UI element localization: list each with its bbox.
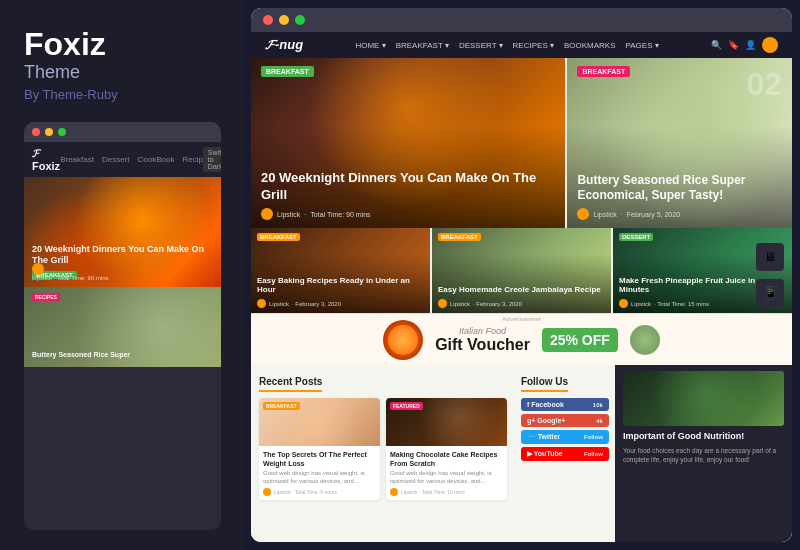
secondary-row: BREAKFAST Easy Baking Recipes Ready in U… [251, 228, 792, 313]
recent-posts-section: Recent Posts BREAKFAST The Top Secrets O… [251, 365, 515, 542]
sec-avatar-1 [257, 299, 266, 308]
nav-breakfast[interactable]: BREAKFAST ▾ [396, 41, 449, 50]
dot-green[interactable] [295, 15, 305, 25]
social-twitter[interactable]: 🐦 Twitter Follow [521, 430, 609, 444]
mini-nav-cookbook[interactable]: CookBook [137, 155, 174, 164]
brand-subtitle: Theme [24, 62, 221, 83]
post-title-2: Making Chocolate Cake Recipes From Scrat… [390, 450, 503, 468]
facebook-count: 10k [593, 402, 603, 408]
site-logo[interactable]: 𝓕-nug [265, 37, 303, 53]
ad-subtitle: Italian Food [459, 326, 506, 336]
sec-meta-2: Lipstick · February 3, 2020 [438, 299, 522, 308]
post-card-1[interactable]: BREAKFAST The Top Secrets Of The Perfect… [259, 398, 380, 500]
hero-right-date: February 5, 2020 [627, 211, 680, 218]
posts-grid: BREAKFAST The Top Secrets Of The Perfect… [259, 398, 507, 500]
hero-right-avatar [577, 208, 589, 220]
mini-nav-links: Breakfast Dessert CookBook Recip [60, 155, 203, 164]
hero-right-author: Lipstick [593, 211, 616, 218]
post-avatar-2 [390, 488, 398, 496]
mini-browser-bar [24, 122, 221, 142]
mini-dot-yellow[interactable] [45, 128, 53, 136]
browser-topbar [251, 8, 792, 32]
social-googleplus[interactable]: g+ Google+ 4k [521, 414, 609, 427]
post-badge-1: BREAKFAST [263, 402, 300, 410]
hero-left-duration: Total Time: 90 mins [310, 211, 370, 218]
main-content: BREAKFAST 20 Weeknight Dinners You Can M… [251, 58, 792, 542]
sec-title-3: Make Fresh Pineapple Fruit Juice in Minu… [619, 276, 786, 295]
sec-author-2: Lipstick [450, 301, 470, 307]
hero-left-avatar [261, 208, 273, 220]
hero-right-meta: Lipstick · February 5, 2020 [577, 208, 680, 220]
post-title-1: The Top Secrets Of The Perfect Weight Lo… [263, 450, 376, 468]
brand-by: By Theme-Ruby [24, 87, 221, 102]
mini-nav-dessert[interactable]: Dessert [102, 155, 130, 164]
mini-browser: 𝓕 Foxiz Breakfast Dessert CookBook Recip… [24, 122, 221, 530]
ad-main-text: Gift Voucher [435, 336, 530, 354]
ad-discount-badge: 25% OFF [542, 328, 618, 352]
sec-meta-3: Lipstick · Total Time: 15 mins [619, 299, 709, 308]
twitter-count: Follow [584, 434, 603, 440]
hero-left-card[interactable]: BREAKFAST 20 Weeknight Dinners You Can M… [251, 58, 565, 228]
mini-dot-green[interactable] [58, 128, 66, 136]
mini-content: 20 Weeknight Dinners You Can Make On The… [24, 177, 221, 530]
sec-badge-3: DESSERT [619, 233, 653, 241]
site-nav: 𝓕-nug HOME ▾ BREAKFAST ▾ DESSERT ▾ RECIP… [251, 32, 792, 58]
secondary-card-2[interactable]: BREAKFAST Easy Homemade Creole Jambalaya… [432, 228, 611, 313]
important-title: Important of Good Nutrition! [623, 431, 784, 443]
search-icon[interactable]: 🔍 [711, 40, 722, 50]
mini-switch-dark[interactable]: Switch to Dark [203, 147, 221, 172]
post-image-2: FEATURED [386, 398, 507, 446]
post-avatar-1 [263, 488, 271, 496]
hero-right-card[interactable]: BREAKFAST 02 Buttery Seasoned Rice Super… [567, 58, 792, 228]
mini-second-title: Buttery Seasoned Rice Super [32, 351, 213, 359]
dot-red[interactable] [263, 15, 273, 25]
sec-avatar-3 [619, 299, 628, 308]
sec-title-1: Easy Baking Recipes Ready in Under an Ho… [257, 276, 424, 295]
follow-section: Follow Us f Facebook 10k g+ Google+ 4k 🐦… [515, 365, 615, 542]
mini-nav: 𝓕 Foxiz Breakfast Dessert CookBook Recip… [24, 142, 221, 177]
sec-date-1: · February 3, 2020 [292, 301, 341, 307]
sec-author-1: Lipstick [269, 301, 289, 307]
nav-home[interactable]: HOME ▾ [355, 41, 385, 50]
sec-badge-2: BREAKFAST [438, 233, 481, 241]
mini-dot-red[interactable] [32, 128, 40, 136]
secondary-card-1[interactable]: BREAKFAST Easy Baking Recipes Ready in U… [251, 228, 430, 313]
sec-avatar-2 [438, 299, 447, 308]
sec-date-2: · February 3, 2020 [473, 301, 522, 307]
sec-title-2: Easy Homemade Creole Jambalaya Recipe [438, 285, 605, 295]
nav-bookmarks[interactable]: BOOKMARKS [564, 41, 616, 50]
sec-meta-1: Lipstick · February 3, 2020 [257, 299, 341, 308]
nav-pages[interactable]: PAGES ▾ [626, 41, 659, 50]
post-meta-2: Lipstick · Total Time: 10 mins [390, 488, 503, 496]
ad-label: Advertisement [502, 316, 540, 322]
ad-pizza-graphic [383, 320, 423, 360]
user-icon[interactable]: 👤 [745, 40, 756, 50]
post-card-2[interactable]: FEATURED Making Chocolate Cake Recipes F… [386, 398, 507, 500]
hero-right-time: · [621, 211, 623, 218]
mini-hero-meta-text: Lipstick · Total Time: 90 mins [32, 275, 109, 281]
mini-nav-recipe[interactable]: Recip [182, 155, 202, 164]
ad-leaf-graphic [630, 325, 660, 355]
hero-right-title: Buttery Seasoned Rice Super Economical, … [577, 173, 782, 204]
brand-title: Foxiz [24, 28, 221, 60]
sec-author-3: Lipstick [631, 301, 651, 307]
social-youtube[interactable]: ▶ YouTube Follow [521, 447, 609, 461]
main-browser: 𝓕-nug HOME ▾ BREAKFAST ▾ DESSERT ▾ RECIP… [251, 8, 792, 542]
follow-title: Follow Us [521, 376, 568, 392]
mini-second-image: RECIPES Buttery Seasoned Rice Super [24, 287, 221, 367]
mini-nav-breakfast[interactable]: Breakfast [60, 155, 94, 164]
nav-dessert[interactable]: DESSERT ▾ [459, 41, 503, 50]
hero-left-badge: BREAKFAST [261, 66, 314, 77]
left-panel: Foxiz Theme By Theme-Ruby 𝓕 Foxiz Breakf… [0, 0, 245, 550]
right-panel: 𝓕-nug HOME ▾ BREAKFAST ▾ DESSERT ▾ RECIP… [245, 0, 800, 550]
nav-icons: 🔍 🔖 👤 [711, 37, 778, 53]
ad-text-block: Italian Food Gift Voucher [435, 326, 530, 354]
dot-yellow[interactable] [279, 15, 289, 25]
post-badge-2: FEATURED [390, 402, 423, 410]
social-facebook[interactable]: f Facebook 10k [521, 398, 609, 411]
bookmark-icon[interactable]: 🔖 [728, 40, 739, 50]
nav-recipes[interactable]: RECIPES ▾ [513, 41, 554, 50]
sidebar-icon-1[interactable]: 🖥 [756, 243, 784, 271]
notification-icon[interactable] [762, 37, 778, 53]
post-meta-text-2: Lipstick · Total Time: 10 mins [401, 489, 465, 495]
